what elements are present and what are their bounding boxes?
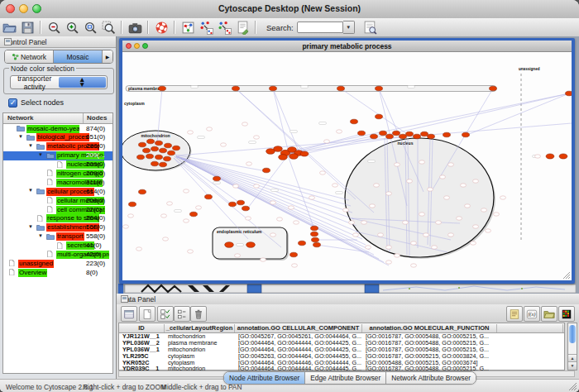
graph-node-unexpressed[interactable] xyxy=(353,233,359,237)
graph-node-unexpressed[interactable] xyxy=(188,131,194,134)
graph-node[interactable] xyxy=(546,154,554,159)
tree-item-transport[interactable]: ▼transport558(0) xyxy=(3,232,112,241)
graph-node-unexpressed[interactable] xyxy=(444,196,450,199)
table-cell[interactable]: YLR295C xyxy=(119,353,165,360)
graph-node[interactable] xyxy=(566,91,572,96)
table-cell[interactable]: [GO:0045267, GO:0045261, GO:0044464, G..… xyxy=(235,333,362,340)
graph-node[interactable] xyxy=(376,86,383,91)
plasma-membrane-region[interactable] xyxy=(126,86,496,92)
table-cell[interactable]: [GO:0016787, GO:0005488, GO:0005215, G..… xyxy=(362,333,497,340)
network-graph[interactable]: plasma membranecytoplasmmitochondrionnuc… xyxy=(122,52,572,280)
tree-item-metabolic-process[interactable]: ▼metabolic process280(0) xyxy=(3,142,112,151)
tree-item-nucleobase-[interactable]: nucleobase-209(0) xyxy=(3,160,112,170)
tree-item-unassigned[interactable]: unassigned223(0) xyxy=(3,259,112,268)
graph-node[interactable] xyxy=(428,134,435,139)
select-nodes-checkbox[interactable]: ✓ xyxy=(8,98,17,108)
tree-item-establishment-of-lo[interactable]: ▼establishment of lo558(0) xyxy=(3,223,112,232)
graph-node-unexpressed[interactable] xyxy=(411,241,417,245)
graph-node[interactable] xyxy=(380,131,387,136)
graph-node-unexpressed[interactable] xyxy=(294,221,299,224)
graph-node[interactable] xyxy=(213,176,221,181)
table-cell[interactable]: mitochondrion xyxy=(165,347,235,353)
tab-edge-attribute-browser[interactable]: Edge Attribute Browser xyxy=(305,372,386,384)
table-cell[interactable]: cytoplasm xyxy=(165,360,235,366)
graph-node-unexpressed[interactable] xyxy=(386,261,392,264)
search-combobox[interactable]: ▼ xyxy=(297,21,355,34)
graph-node-unexpressed[interactable] xyxy=(366,246,371,249)
help-button[interactable] xyxy=(153,19,170,36)
graph-node[interactable] xyxy=(376,114,383,119)
graph-node-unexpressed[interactable] xyxy=(320,171,326,174)
graph-node[interactable] xyxy=(290,252,298,257)
graph-node-unexpressed[interactable] xyxy=(333,184,338,187)
float-panel-icon[interactable] xyxy=(4,38,12,45)
graph-node[interactable] xyxy=(290,154,299,160)
formula-button[interactable]: f(x) xyxy=(524,306,540,322)
zoom-out-button[interactable] xyxy=(45,19,62,36)
graph-node[interactable] xyxy=(168,151,175,155)
tab-mosaic[interactable]: Mosaic xyxy=(54,50,103,63)
graph-node[interactable] xyxy=(225,242,234,248)
table-cell[interactable]: [GO:0016787, GO:0005215, GO:0003824, G..… xyxy=(362,353,497,360)
graph-node-unexpressed[interactable] xyxy=(161,214,167,218)
tree-expander-icon[interactable]: ▼ xyxy=(38,152,43,157)
graph-node-unexpressed[interactable] xyxy=(292,264,298,267)
search-dropdown-arrow-icon[interactable]: ▼ xyxy=(343,21,355,34)
table-row[interactable]: YKR052Ccytoplasm[GO:0044464, GO:0044446,… xyxy=(119,360,564,366)
graph-node-unexpressed[interactable] xyxy=(370,204,376,208)
graph-node-unexpressed[interactable] xyxy=(448,163,454,166)
graph-node[interactable] xyxy=(139,142,146,147)
new-attribute-button[interactable] xyxy=(139,306,156,322)
nucleus-region[interactable] xyxy=(345,138,494,257)
graph-node-unexpressed[interactable] xyxy=(473,225,479,228)
network-window-titlebar[interactable]: primary metabolic process xyxy=(122,41,572,52)
tree-item-macromolecule[interactable]: macromolecule311(0) xyxy=(3,178,112,187)
graph-edge[interactable] xyxy=(463,93,569,136)
snapshot-button[interactable] xyxy=(127,19,143,36)
graph-node-unexpressed[interactable] xyxy=(374,184,380,187)
tree-item-nitrogen-compo[interactable]: nitrogen compo209(0) xyxy=(3,169,112,178)
tree-item-cell-communicat[interactable]: cell communicat22(0) xyxy=(3,205,112,214)
annotation-button[interactable] xyxy=(234,19,251,36)
table-cell[interactable]: [GO:0044464, GO:0044446, GO:0044444, G..… xyxy=(235,360,362,366)
graph-node[interactable] xyxy=(462,132,470,137)
attribute-table-header[interactable]: ID_cellularLayoutRegionannotation.GO CEL… xyxy=(119,323,564,333)
table-row[interactable]: YPL036W__2plasma membrane[GO:0044464, GO… xyxy=(119,340,564,347)
import-folder-button[interactable] xyxy=(541,306,557,322)
graph-edge[interactable] xyxy=(288,134,383,154)
delete-attribute-button[interactable] xyxy=(190,306,207,322)
graph-node-unexpressed[interactable] xyxy=(486,229,491,232)
graph-node-unexpressed[interactable] xyxy=(471,241,476,245)
graph-node[interactable] xyxy=(443,132,451,137)
heatmap-button[interactable] xyxy=(558,306,575,322)
graph-node[interactable] xyxy=(311,226,318,231)
tree-item-mosaic-demo-yeast[interactable]: mosaic-demo-yeast874(0) xyxy=(3,124,112,133)
graph-node-unexpressed[interactable] xyxy=(270,233,276,237)
table-cell[interactable]: cytoplasm xyxy=(165,353,235,360)
graph-node-unexpressed[interactable] xyxy=(403,221,409,224)
graph-node-unexpressed[interactable] xyxy=(465,204,471,208)
table-cell[interactable]: [GO:0044464, GO:0044444, GO:0044425, G..… xyxy=(235,340,362,347)
dropdown-stepper-icon[interactable]: ▲▼ xyxy=(59,77,107,88)
open-folder-button[interactable] xyxy=(1,19,17,36)
graph-node-unexpressed[interactable] xyxy=(386,192,392,195)
table-row[interactable]: YLR295Ccytoplasm[GO:0045263, GO:0044464,… xyxy=(119,353,564,360)
attribute-list-button[interactable] xyxy=(174,306,190,322)
graph-node-unexpressed[interactable] xyxy=(235,254,241,257)
graph-node[interactable] xyxy=(190,212,198,217)
graph-node[interactable] xyxy=(274,146,283,152)
graph-node[interactable] xyxy=(159,86,166,91)
destroy-network-button[interactable] xyxy=(362,19,379,36)
tab-network[interactable]: Network xyxy=(5,50,54,63)
graph-node[interactable] xyxy=(371,134,378,139)
graph-node[interactable] xyxy=(237,200,245,205)
graph-node-unexpressed[interactable] xyxy=(395,254,400,257)
graph-node-unexpressed[interactable] xyxy=(343,208,349,212)
layout-settings-button[interactable] xyxy=(216,19,232,36)
graph-node-unexpressed[interactable] xyxy=(233,184,239,188)
graph-node-unexpressed[interactable] xyxy=(386,246,392,249)
graph-node-unexpressed[interactable] xyxy=(136,247,142,251)
graph-node[interactable] xyxy=(147,139,155,144)
graph-node-unexpressed[interactable] xyxy=(473,179,479,183)
graph-node[interactable] xyxy=(351,119,358,124)
